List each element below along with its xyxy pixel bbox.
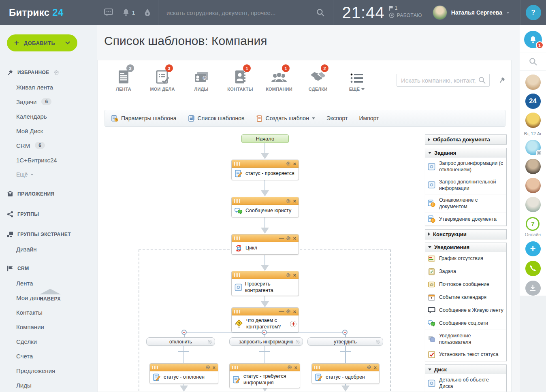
branch-approve[interactable]: утвердить <box>307 337 383 346</box>
invite-button[interactable]: + <box>525 241 541 256</box>
section-header[interactable]: Уведомления <box>425 243 506 252</box>
worktime-widget[interactable]: 21:44 1 РАБОТАЮ <box>333 2 433 23</box>
call-button[interactable] <box>525 261 541 276</box>
palette-item[interactable]: Запрос доп.информации (с отклонением) <box>425 158 506 176</box>
gear-icon[interactable] <box>286 161 291 166</box>
sidebar-item-crm-quotes[interactable]: Предложения <box>0 363 97 378</box>
gear-icon[interactable] <box>53 70 59 75</box>
workflow-canvas[interactable]: Начало × статус - проверяется × Сообщени… <box>98 60 511 392</box>
sidebar-item-crm-feed[interactable]: Лента <box>0 276 97 290</box>
workflow-node-status-info-required[interactable]: × статус - требуется информация <box>229 363 300 388</box>
bitrix24-logo[interactable]: Битрикс 24 <box>0 7 97 18</box>
workflow-node-check-contractor[interactable]: × Проверить контрагента <box>231 271 299 296</box>
disk-drop-icon[interactable] <box>144 9 151 17</box>
sidebar-section-groups[interactable]: ГРУППЫ <box>0 207 97 222</box>
gear-icon[interactable] <box>286 236 291 241</box>
palette-item[interactable]: Детально об объекте Диска <box>425 374 506 392</box>
collapse-branch-button[interactable] <box>262 330 267 335</box>
close-icon[interactable]: × <box>293 161 296 166</box>
drag-handle-icon[interactable] <box>234 273 240 277</box>
sidebar-item-1c-bitrix24[interactable]: 1С+Битрикс24 <box>0 153 97 167</box>
rail-search-button[interactable] <box>529 57 537 66</box>
section-header[interactable]: Конструкции <box>425 230 506 239</box>
global-search-input[interactable] <box>166 9 316 16</box>
collapse-branch-button[interactable] <box>342 330 348 335</box>
drag-handle-icon[interactable] <box>234 310 240 313</box>
sidebar-item-live-feed[interactable]: Живая лента <box>0 80 97 94</box>
workflow-node-status-approved[interactable]: × статус - одобрен <box>311 363 380 384</box>
search-icon[interactable] <box>316 8 325 17</box>
chat-avatar[interactable] <box>525 159 541 174</box>
sidebar-item-crm-contacts[interactable]: Контакты <box>0 305 97 320</box>
add-button[interactable]: + ДОБАВИТЬ <box>7 34 77 51</box>
chat-avatar[interactable] <box>525 140 541 155</box>
workflow-node-cycle[interactable]: —× Цикл <box>231 234 299 255</box>
workflow-node-status-checking[interactable]: × статус - проверяется <box>231 160 299 180</box>
palette-item[interactable]: Ознакомление с документом <box>425 194 506 213</box>
sidebar-item-tasks[interactable]: Задачи6 <box>0 94 97 109</box>
gear-icon[interactable] <box>286 309 291 314</box>
sidebar-item-crm-companies[interactable]: Компании <box>0 320 97 334</box>
add-branch-button[interactable] <box>290 321 296 327</box>
record-icon[interactable] <box>389 13 395 18</box>
gear-icon[interactable] <box>286 273 291 277</box>
workflow-start-node[interactable]: Начало <box>241 134 289 143</box>
gear-icon[interactable] <box>375 339 380 344</box>
drag-handle-icon[interactable] <box>314 366 320 369</box>
chat-avatar[interactable] <box>525 75 541 90</box>
palette-item[interactable]: Сообщение соц.сети <box>425 317 506 330</box>
palette-item[interactable]: Утверждение документа <box>425 213 506 226</box>
messenger-icon[interactable] <box>104 9 113 17</box>
gear-icon[interactable] <box>287 365 292 370</box>
drag-handle-icon[interactable] <box>152 366 158 369</box>
section-header[interactable]: Диск <box>425 365 506 374</box>
sidebar-item-calendar[interactable]: Календарь <box>0 109 97 124</box>
gear-icon[interactable] <box>207 339 212 344</box>
sidebar-item-more[interactable]: Ещё <box>0 167 97 182</box>
help-button[interactable]: ? <box>526 5 541 20</box>
sidebar-section-crm[interactable]: CRM <box>0 261 97 276</box>
drag-handle-icon[interactable] <box>234 236 240 240</box>
chat-24-badge[interactable]: 24 <box>525 94 541 109</box>
palette-item[interactable]: Событие календаря <box>425 291 506 304</box>
sidebar-item-crm-deals[interactable]: Сделки <box>0 334 97 349</box>
gear-icon[interactable] <box>205 365 210 370</box>
close-icon[interactable]: × <box>294 365 297 370</box>
workflow-node-status-rejected[interactable]: × статус - отклонен <box>149 363 218 384</box>
workflow-node-message-lawyer[interactable]: × Сообщение юристу <box>231 197 299 217</box>
close-icon[interactable]: × <box>212 365 215 370</box>
user-menu[interactable]: Наталья Сергеева <box>433 5 520 20</box>
close-icon[interactable]: × <box>293 198 296 204</box>
gear-icon[interactable] <box>295 339 300 344</box>
sidebar-item-crm-invoices[interactable]: Счета <box>0 349 97 363</box>
close-icon[interactable]: × <box>293 309 296 314</box>
palette-item[interactable]: Уведомление пользователя <box>425 330 506 348</box>
chat-avatar[interactable] <box>525 178 541 193</box>
palette-item[interactable]: Запрос дополнительной информации <box>425 176 506 194</box>
user-avatar[interactable] <box>433 5 447 20</box>
notifications-button[interactable]: 1 <box>524 31 542 48</box>
sidebar-item-my-disk[interactable]: Мой Диск <box>0 124 97 138</box>
close-icon[interactable]: × <box>373 365 377 370</box>
palette-item[interactable]: График отсутствия <box>425 252 506 265</box>
close-icon[interactable]: × <box>293 273 296 278</box>
palette-item[interactable]: Сообщение в Живую ленту <box>425 304 506 317</box>
palette-item[interactable]: Установить текст статуса <box>425 348 506 361</box>
sidebar-item-crm-leads[interactable]: Лиды <box>0 378 97 392</box>
download-app-button[interactable] <box>525 281 541 296</box>
section-header[interactable]: Задания <box>425 148 506 158</box>
sidebar-item-design[interactable]: Дизайн <box>0 242 97 256</box>
close-icon[interactable]: × <box>293 236 296 241</box>
collapse-branch-button[interactable] <box>181 330 187 335</box>
sidebar-item-crm[interactable]: CRM6 <box>0 138 97 153</box>
minimize-icon[interactable]: — <box>279 236 284 240</box>
section-header[interactable]: Обработка документа <box>425 135 506 144</box>
scroll-to-top-button[interactable]: НАВЕРХ <box>34 289 66 302</box>
minimize-icon[interactable]: — <box>279 310 284 313</box>
sidebar-section-apps[interactable]: ПРИЛОЖЕНИЯ <box>0 187 97 201</box>
drag-handle-icon[interactable] <box>232 366 238 369</box>
branch-request-info[interactable]: запросить информацию <box>229 337 303 346</box>
online-counter[interactable]: 7 Онлайн <box>525 217 541 237</box>
notifications-bell-icon[interactable]: 1 <box>122 9 135 17</box>
sidebar-section-extranet[interactable]: ГРУППЫ ЭКСТРАНЕТ <box>0 227 97 242</box>
